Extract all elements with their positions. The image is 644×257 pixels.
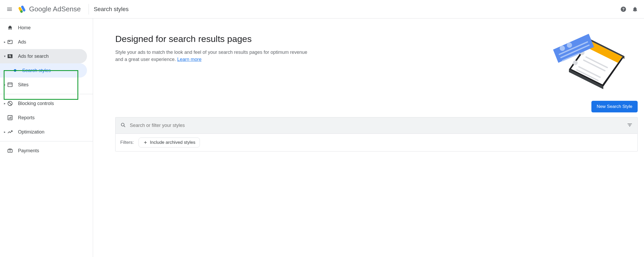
sidebar-label: Ads [18, 39, 26, 45]
hero-illustration [550, 34, 632, 90]
sidebar-label: Reports [18, 115, 35, 121]
divider [89, 4, 89, 15]
sidebar-item-search-styles[interactable]: Search styles [0, 63, 87, 78]
styles-panel: Filters: Include archived styles [115, 117, 638, 151]
divider [0, 141, 93, 141]
filters-row: Filters: Include archived styles [116, 134, 637, 151]
sidebar-item-reports[interactable]: Reports [0, 111, 87, 125]
payments-icon [7, 147, 13, 154]
search-icon [120, 122, 126, 129]
sidebar-label: Payments [18, 148, 39, 154]
new-search-style-button[interactable]: New Search Style [591, 101, 638, 112]
hero-title: Designed for search results pages [115, 34, 316, 44]
sidebar-item-payments[interactable]: Payments [0, 144, 87, 158]
search-bar [116, 117, 637, 134]
sidebar-item-blocking-controls[interactable]: ▸ Blocking controls [0, 96, 87, 111]
search-input[interactable] [130, 123, 627, 128]
sidebar-item-ads[interactable]: ▸ Ads [0, 35, 87, 49]
svg-line-39 [124, 126, 125, 127]
svg-rect-20 [9, 149, 12, 150]
sidebar-item-sites[interactable]: ▸ Sites [0, 78, 87, 92]
svg-rect-10 [8, 83, 12, 87]
filters-label: Filters: [120, 140, 134, 145]
svg-line-13 [9, 102, 12, 105]
divider [0, 94, 93, 94]
chevron-right-icon: ▸ [3, 83, 6, 87]
chevron-right-icon: ▸ [3, 130, 6, 134]
sidebar-item-optimization[interactable]: ▸ Optimization [0, 125, 87, 139]
brand-product: AdSense [53, 5, 81, 13]
learn-more-link[interactable]: Learn more [177, 57, 201, 62]
svg-point-31 [573, 60, 578, 65]
hero: Designed for search results pages Style … [115, 34, 638, 90]
app-header: Google AdSense Search styles ? [0, 0, 644, 18]
chevron-right-icon: ▸ [3, 102, 6, 105]
svg-rect-17 [11, 116, 11, 119]
brand-google: Google [29, 5, 51, 13]
svg-rect-15 [9, 118, 9, 119]
hero-body: Style your ads to match the look and fee… [115, 49, 316, 63]
sidebar-label: Sites [18, 82, 29, 88]
svg-rect-16 [10, 117, 10, 119]
svg-text:?: ? [622, 7, 625, 11]
optimization-icon [7, 129, 13, 135]
adsense-icon [17, 5, 26, 14]
svg-rect-7 [8, 54, 12, 58]
sidebar-label: Home [18, 25, 31, 31]
sidebar-label: Search styles [22, 68, 51, 73]
page-title: Search styles [94, 6, 128, 13]
brand-text: Google AdSense [29, 5, 81, 13]
main-content: Designed for search results pages Style … [93, 18, 644, 257]
svg-point-38 [121, 123, 124, 126]
active-dot-icon [14, 69, 16, 72]
notifications-icon[interactable] [629, 3, 641, 15]
help-icon[interactable]: ? [618, 3, 629, 15]
sidebar-item-ads-for-search[interactable]: ▾ Ads for search [0, 49, 87, 63]
svg-point-33 [560, 46, 565, 51]
sidebar-item-home[interactable]: Home [0, 21, 87, 35]
brand-logo[interactable]: Google AdSense [16, 5, 84, 14]
blocking-icon [7, 100, 13, 107]
svg-point-34 [567, 42, 572, 48]
sidebar-label: Blocking controls [18, 101, 54, 106]
ads-icon [7, 39, 13, 45]
chip-include-archived[interactable]: Include archived styles [139, 137, 200, 147]
svg-point-19 [10, 150, 11, 151]
chevron-down-icon: ▾ [3, 54, 6, 58]
menu-icon[interactable] [3, 3, 16, 16]
home-icon [7, 25, 13, 31]
sidebar-label: Optimization [18, 129, 44, 135]
chip-label: Include archived styles [150, 140, 195, 145]
sites-icon [7, 82, 13, 88]
svg-rect-5 [8, 40, 12, 44]
plus-icon [143, 140, 148, 145]
svg-rect-6 [9, 41, 10, 42]
chevron-right-icon: ▸ [3, 40, 6, 44]
sidebar-label: Ads for search [18, 54, 49, 59]
filter-list-icon[interactable] [627, 122, 633, 129]
search-ads-icon [7, 53, 13, 59]
reports-icon [7, 115, 13, 121]
sidebar: Home ▸ Ads ▾ Ads for search Search style… [0, 18, 93, 257]
